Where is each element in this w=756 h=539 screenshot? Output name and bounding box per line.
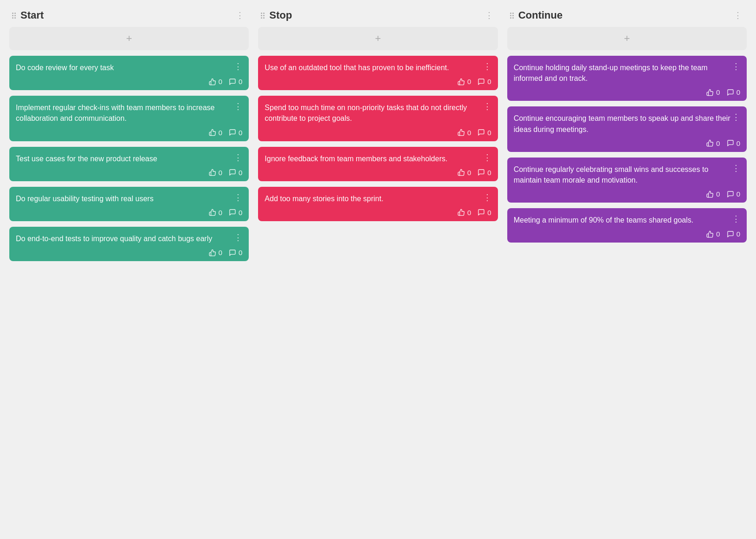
card-menu-button-c3[interactable]: ⋮ xyxy=(730,163,742,173)
card-comments-s2[interactable]: 0 xyxy=(229,129,242,137)
comment-count-s1: 0 xyxy=(239,78,242,85)
card-c3: ⋮Continue regularly celebrating small wi… xyxy=(507,158,747,203)
card-comments-s1[interactable]: 0 xyxy=(229,78,242,85)
card-text-s1: Do code review for every task xyxy=(16,62,233,73)
card-footer-p4: 00 xyxy=(265,209,491,217)
add-card-button-stop[interactable]: + xyxy=(258,27,497,50)
card-text-s5: Do end-to-end tests to improve quality a… xyxy=(16,233,233,244)
card-likes-p4[interactable]: 0 xyxy=(458,209,471,217)
card-footer-s5: 00 xyxy=(16,249,242,256)
card-comments-c2[interactable]: 0 xyxy=(727,139,740,147)
card-comments-s5[interactable]: 0 xyxy=(229,249,242,256)
card-menu-button-p2[interactable]: ⋮ xyxy=(481,101,493,112)
comment-count-s5: 0 xyxy=(239,249,242,256)
card-likes-c4[interactable]: 0 xyxy=(706,230,720,238)
card-comments-s3[interactable]: 0 xyxy=(229,169,242,177)
like-count-p1: 0 xyxy=(467,78,471,85)
comment-count-p1: 0 xyxy=(487,78,491,85)
card-menu-button-c4[interactable]: ⋮ xyxy=(730,214,742,224)
comment-count-c4: 0 xyxy=(736,230,740,238)
card-comments-s4[interactable]: 0 xyxy=(229,209,242,217)
card-menu-button-s1[interactable]: ⋮ xyxy=(232,61,244,72)
card-comments-c4[interactable]: 0 xyxy=(727,230,740,238)
card-c4: ⋮Meeting a minimum of 90% of the teams s… xyxy=(507,208,747,243)
card-likes-s5[interactable]: 0 xyxy=(209,249,222,256)
like-count-s5: 0 xyxy=(219,249,222,256)
drag-handle-icon[interactable] xyxy=(260,11,265,20)
card-s1: ⋮Do code review for every task00 xyxy=(9,56,249,90)
card-comments-p3[interactable]: 0 xyxy=(477,169,491,177)
card-p2: ⋮Spend too much time on non-priority tas… xyxy=(258,96,497,141)
card-footer-p3: 00 xyxy=(265,169,491,177)
card-menu-button-s5[interactable]: ⋮ xyxy=(232,232,244,243)
card-comments-c1[interactable]: 0 xyxy=(727,88,740,96)
drag-handle-icon[interactable] xyxy=(11,11,17,20)
card-comments-p1[interactable]: 0 xyxy=(477,78,491,85)
comment-count-c3: 0 xyxy=(736,190,740,198)
card-likes-p1[interactable]: 0 xyxy=(458,78,471,85)
comment-count-p3: 0 xyxy=(487,169,491,177)
card-footer-p2: 00 xyxy=(265,129,491,137)
card-text-p3: Ignore feedback from team members and st… xyxy=(265,153,482,164)
like-count-c3: 0 xyxy=(716,190,720,198)
comment-count-c1: 0 xyxy=(736,88,740,96)
card-likes-s1[interactable]: 0 xyxy=(209,78,222,85)
card-p1: ⋮Use of an outdated tool that has proven… xyxy=(258,56,497,90)
card-comments-c3[interactable]: 0 xyxy=(727,190,740,198)
card-menu-button-p4[interactable]: ⋮ xyxy=(481,192,493,203)
card-menu-button-c2[interactable]: ⋮ xyxy=(730,112,742,122)
card-text-p2: Spend too much time on non-priority task… xyxy=(265,102,482,124)
like-count-c2: 0 xyxy=(716,139,720,147)
card-likes-s4[interactable]: 0 xyxy=(209,209,222,217)
column-continue: Continue⋮+⋮Continue holding daily stand-… xyxy=(507,9,747,248)
card-likes-s3[interactable]: 0 xyxy=(209,169,222,177)
column-title-stop: Stop xyxy=(269,9,478,21)
card-footer-c1: 00 xyxy=(514,88,740,96)
card-menu-button-c1[interactable]: ⋮ xyxy=(730,61,742,72)
card-menu-button-s4[interactable]: ⋮ xyxy=(232,192,244,203)
card-menu-button-s2[interactable]: ⋮ xyxy=(232,101,244,112)
card-comments-p2[interactable]: 0 xyxy=(477,129,491,137)
card-text-p4: Add too many stories into the sprint. xyxy=(265,193,482,204)
column-stop: Stop⋮+⋮Use of an outdated tool that has … xyxy=(258,9,497,227)
add-card-button-start[interactable]: + xyxy=(9,27,249,50)
card-s4: ⋮Do regular usability testing with real … xyxy=(9,187,249,221)
add-card-button-continue[interactable]: + xyxy=(507,27,747,50)
card-menu-button-p1[interactable]: ⋮ xyxy=(481,61,493,72)
like-count-s1: 0 xyxy=(219,78,222,85)
card-likes-c3[interactable]: 0 xyxy=(706,190,720,198)
card-footer-s4: 00 xyxy=(16,209,242,217)
column-header-continue: Continue⋮ xyxy=(507,9,747,21)
card-likes-p3[interactable]: 0 xyxy=(458,169,471,177)
card-likes-c2[interactable]: 0 xyxy=(706,139,720,147)
column-title-continue: Continue xyxy=(518,9,727,21)
card-likes-s2[interactable]: 0 xyxy=(209,129,222,137)
card-s3: ⋮Test use cases for the new product rele… xyxy=(9,147,249,181)
card-text-s3: Test use cases for the new product relea… xyxy=(16,153,233,164)
comment-count-p4: 0 xyxy=(487,209,491,217)
drag-handle-icon[interactable] xyxy=(509,11,515,20)
card-menu-button-p3[interactable]: ⋮ xyxy=(481,152,493,163)
like-count-s2: 0 xyxy=(219,129,222,137)
like-count-s3: 0 xyxy=(219,169,222,177)
comment-count-p2: 0 xyxy=(487,129,491,137)
board: Start⋮+⋮Do code review for every task00⋮… xyxy=(9,9,747,267)
column-start: Start⋮+⋮Do code review for every task00⋮… xyxy=(9,9,249,267)
card-text-s4: Do regular usability testing with real u… xyxy=(16,193,233,204)
column-header-stop: Stop⋮ xyxy=(258,9,497,21)
card-likes-p2[interactable]: 0 xyxy=(458,129,471,137)
card-text-p1: Use of an outdated tool that has proven … xyxy=(265,62,482,73)
column-menu-button-continue[interactable]: ⋮ xyxy=(731,9,745,21)
column-menu-button-stop[interactable]: ⋮ xyxy=(482,9,496,21)
comment-count-s3: 0 xyxy=(239,169,242,177)
card-footer-c3: 00 xyxy=(514,190,740,198)
column-menu-button-start[interactable]: ⋮ xyxy=(233,9,247,21)
card-text-c3: Continue regularly celebrating small win… xyxy=(514,164,731,185)
card-text-c1: Continue holding daily stand-up meetings… xyxy=(514,62,731,84)
card-p3: ⋮Ignore feedback from team members and s… xyxy=(258,147,497,181)
like-count-p3: 0 xyxy=(467,169,471,177)
comment-count-c2: 0 xyxy=(736,139,740,147)
card-menu-button-s3[interactable]: ⋮ xyxy=(232,152,244,163)
card-likes-c1[interactable]: 0 xyxy=(706,88,720,96)
card-comments-p4[interactable]: 0 xyxy=(477,209,491,217)
